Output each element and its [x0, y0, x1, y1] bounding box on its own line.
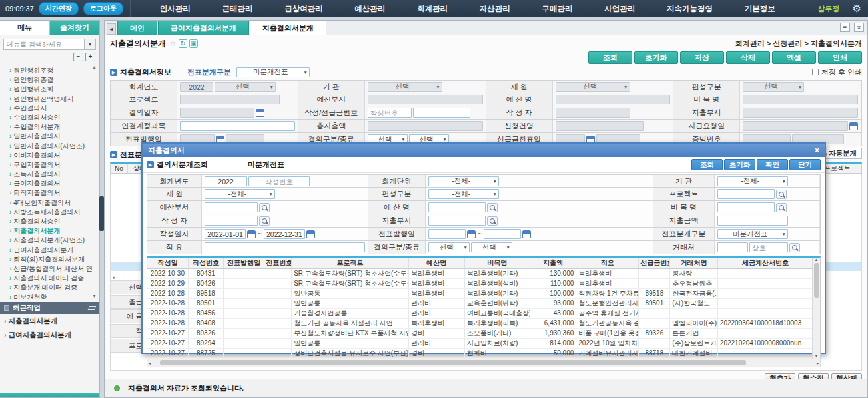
sidebar-item[interactable]: ›여비지출결의서 — [9, 151, 99, 160]
text-field[interactable] — [205, 216, 258, 226]
search-icon[interactable] — [776, 203, 787, 212]
dropdown-select[interactable]: 미분개전표▼ — [717, 229, 788, 239]
table-row[interactable]: 2022-10-2889408철도기관 공동사옥 시설관리 사업복리후생비복리후… — [147, 318, 813, 328]
text-field[interactable] — [717, 242, 748, 252]
sidebar-item[interactable]: ›지출결의서 데이터 검증 — [9, 274, 99, 283]
top-menu-item[interactable]: 기본정보 — [745, 4, 775, 14]
gear-icon[interactable]: ⚙ — [853, 3, 861, 15]
dialog-button[interactable]: 초기화 — [724, 159, 755, 170]
table-header-cell[interactable]: 작성일 — [147, 258, 188, 268]
text-field[interactable]: 작성번호 — [368, 108, 412, 118]
calendar-icon[interactable] — [467, 230, 476, 238]
table-header-cell[interactable]: 적요 — [576, 258, 639, 268]
dropdown-select[interactable]: -선택-▼ — [556, 82, 630, 92]
table-header-cell[interactable]: 전표번호 — [264, 258, 292, 268]
top-menu-item[interactable]: 급상여관리 — [284, 4, 323, 14]
toolbar-button[interactable]: 초기화 — [634, 51, 678, 64]
table-header-cell[interactable]: 선급금번호 — [639, 258, 670, 268]
sidebar-item[interactable]: ›수입결의서분개 — [9, 122, 99, 132]
sidebar-item[interactable]: ›수입결의서승인 — [9, 113, 99, 122]
refresh-icon[interactable]: ↻ — [179, 39, 187, 48]
text-field[interactable] — [205, 202, 258, 212]
tab-list-icon[interactable]: ≡ — [840, 23, 850, 32]
dropdown-select[interactable]: -선택-▼ — [428, 242, 470, 252]
sidebar-item[interactable]: ›지출분개 데이터 검증 — [9, 283, 99, 292]
toolbar-button[interactable]: 인쇄 — [818, 51, 862, 64]
sidebar-item[interactable]: ›원인행위조회 — [9, 85, 99, 94]
auto-journal-button[interactable]: › 자동분개 — [820, 148, 863, 159]
dialog-button[interactable]: 확인 — [757, 159, 788, 170]
collapse-all-button[interactable]: − — [73, 53, 83, 61]
sidebar-item[interactable]: ›미분개현황 — [9, 293, 99, 300]
sidebar-item[interactable]: ›원인행위잔액명세서 — [9, 95, 99, 104]
text-field[interactable] — [484, 229, 521, 239]
dropdown-select[interactable]: -전체-▼ — [428, 189, 499, 199]
table-header-cell[interactable]: 세금계산서번호 — [717, 258, 813, 268]
table-row[interactable]: 2022-10-2889456기술환경사업공통관리비여비교통비(국내출장)43,… — [147, 308, 813, 318]
sidebar-item[interactable]: ›구입지출결의서 — [9, 160, 99, 170]
calendar-icon[interactable] — [522, 230, 531, 238]
table-row[interactable]: 2022-10-2889518일반공통복리후생비복리후생비(기타)100,000… — [147, 288, 813, 298]
text-field[interactable] — [180, 121, 295, 131]
horizontal-scrollbar[interactable]: ◂▸ — [147, 359, 821, 367]
sidebar-item[interactable]: ›지출결의서분개 — [9, 226, 99, 236]
table-header-cell[interactable]: 비목명 — [464, 258, 530, 268]
close-tab-icon[interactable]: × — [854, 23, 864, 32]
text-field[interactable] — [205, 242, 365, 252]
table-row[interactable]: 2022-10-2789326부산철도차량정비단 KTX 부품세척 사업경비소모… — [147, 328, 813, 338]
top-menu-item[interactable]: 예산관리 — [354, 4, 385, 14]
toolbar-button[interactable]: 엑셀 — [772, 51, 816, 64]
scroll-left-icon[interactable]: ◂ — [112, 275, 115, 280]
sidebar-tab-favorites[interactable]: 즐겨찾기 — [50, 21, 99, 35]
tab-item[interactable]: 급여지출결의서분개 — [158, 21, 249, 35]
sidebar-item[interactable]: ›선급/통합결의서 계산서 연 — [9, 264, 99, 274]
sidebar-tab-menu[interactable]: 메뉴 — [0, 21, 50, 35]
sidebar-item[interactable]: ›지출결의서분개(사업소) — [9, 236, 99, 245]
sidebar-item[interactable]: ›원인행위조정 — [9, 66, 99, 75]
scroll-up-icon[interactable]: ▲ — [92, 65, 97, 69]
text-field[interactable] — [428, 202, 486, 212]
tab-item[interactable]: 메인 — [117, 21, 157, 35]
calendar-icon[interactable] — [247, 230, 256, 238]
table-row[interactable]: 2022-10-2889501일반공통관리비교육훈련비(위탁)93,000철도운… — [147, 298, 813, 308]
table-header-cell[interactable]: 거래처명 — [670, 258, 718, 268]
top-menu-item[interactable]: 근태관리 — [222, 4, 252, 14]
table-header-cell[interactable]: 작성번호 — [188, 258, 223, 268]
top-menu-item[interactable]: 구매관리 — [542, 4, 573, 14]
dropdown-select[interactable]: -전체-▼ — [428, 176, 499, 186]
table-row[interactable]: 2022-10-2980426SR 고속철도차량(SRT) 청소사업(수도권)복… — [147, 278, 813, 288]
text-field[interactable] — [717, 189, 775, 199]
extend-time-button[interactable]: 시간연장 — [39, 2, 79, 15]
calendar-icon[interactable] — [849, 122, 858, 130]
calendar-icon[interactable] — [306, 230, 315, 238]
text-field[interactable] — [428, 229, 466, 239]
sidebar-item[interactable]: ›일반지출결의서(사업소) — [9, 142, 99, 151]
search-icon[interactable] — [776, 190, 787, 199]
text-field[interactable] — [428, 216, 486, 226]
print-after-save-checkbox[interactable] — [812, 69, 819, 75]
table-header-cell[interactable]: 지출액 — [530, 258, 576, 268]
top-menu-item[interactable]: 인사관리 — [160, 4, 191, 14]
text-field[interactable] — [717, 216, 788, 226]
table-row[interactable]: 2022-10-3080431SR 고속철도차량(SRT) 청소사업(수도권)복… — [147, 268, 813, 278]
dropdown-select[interactable]: -전체-▼ — [205, 189, 275, 199]
recent-work-item[interactable]: ›급여지출결의서분개 — [0, 328, 99, 342]
expand-all-button[interactable]: + — [85, 53, 95, 61]
dropdown-select[interactable]: -선택-▼ — [368, 82, 442, 92]
sidebar-item[interactable]: ›퇴직지출결의서 — [9, 188, 99, 198]
sidebar-item[interactable]: ›급여지출결의서 — [9, 179, 99, 188]
logout-button[interactable]: 로그아웃 — [83, 2, 123, 15]
dropdown-select[interactable]: -선택-▼ — [743, 82, 804, 92]
search-icon[interactable] — [487, 203, 498, 212]
text-field[interactable] — [717, 202, 775, 212]
text-field[interactable]: 2022-01-01 — [205, 229, 246, 239]
dropdown-select[interactable]: -선택-▼ — [471, 242, 512, 252]
sidebar-item[interactable]: ›일반지출결의서 — [9, 132, 99, 141]
sidebar-item[interactable]: ›4대보험지출결의서 — [9, 198, 99, 208]
dropdown-select[interactable]: -전체-▼ — [717, 176, 788, 186]
search-dropdown-button[interactable]: ▼ — [85, 39, 96, 50]
popup-icon[interactable]: ▣ — [189, 39, 198, 48]
recent-work-item[interactable]: ›지출결의서분개 — [0, 314, 99, 328]
user-name[interactable]: 삼두정 — [818, 4, 840, 14]
top-menu-item[interactable]: 사업관리 — [604, 4, 635, 14]
